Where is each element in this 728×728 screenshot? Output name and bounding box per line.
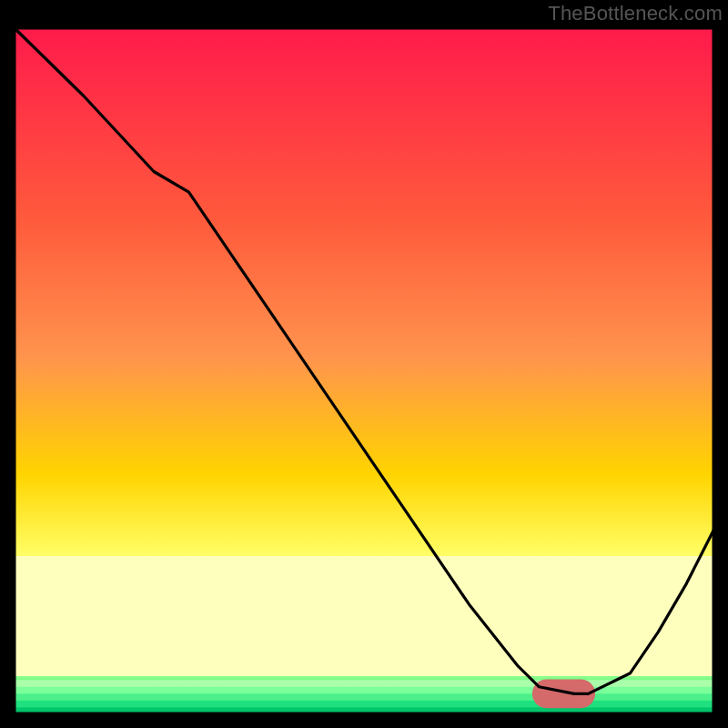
green-band-slice [14,693,714,701]
green-band-slice [14,687,714,694]
bottleneck-chart: TheBottleneck.com [0,0,728,728]
green-band-slice [14,701,714,708]
chart-canvas [0,0,728,728]
watermark-text: TheBottleneck.com [548,2,723,25]
chart-background [14,27,714,714]
